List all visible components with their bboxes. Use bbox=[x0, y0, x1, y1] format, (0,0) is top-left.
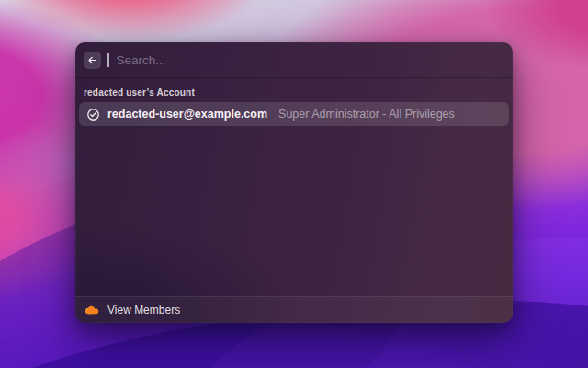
footer-bar: View Members bbox=[75, 296, 513, 323]
view-members-button[interactable]: View Members bbox=[84, 304, 180, 316]
account-list: redacted user’s Account redacted-user@ex… bbox=[75, 78, 513, 296]
search-input[interactable] bbox=[117, 53, 505, 67]
account-switcher-window: redacted user’s Account redacted-user@ex… bbox=[75, 42, 513, 323]
search-header bbox=[75, 42, 513, 78]
section-label: redacted user’s Account bbox=[84, 87, 504, 98]
cloudflare-logo-icon bbox=[84, 305, 99, 315]
account-row[interactable]: redacted-user@example.com Super Administ… bbox=[79, 102, 509, 126]
account-role: Super Administrator - All Privileges bbox=[278, 108, 455, 121]
text-caret bbox=[107, 53, 109, 67]
back-button[interactable] bbox=[84, 52, 101, 69]
account-email: redacted-user@example.com bbox=[107, 108, 267, 121]
screen: redacted user’s Account redacted-user@ex… bbox=[0, 0, 588, 368]
view-members-label: View Members bbox=[107, 304, 180, 316]
back-arrow-icon bbox=[87, 55, 97, 65]
check-circle-icon bbox=[86, 108, 100, 121]
